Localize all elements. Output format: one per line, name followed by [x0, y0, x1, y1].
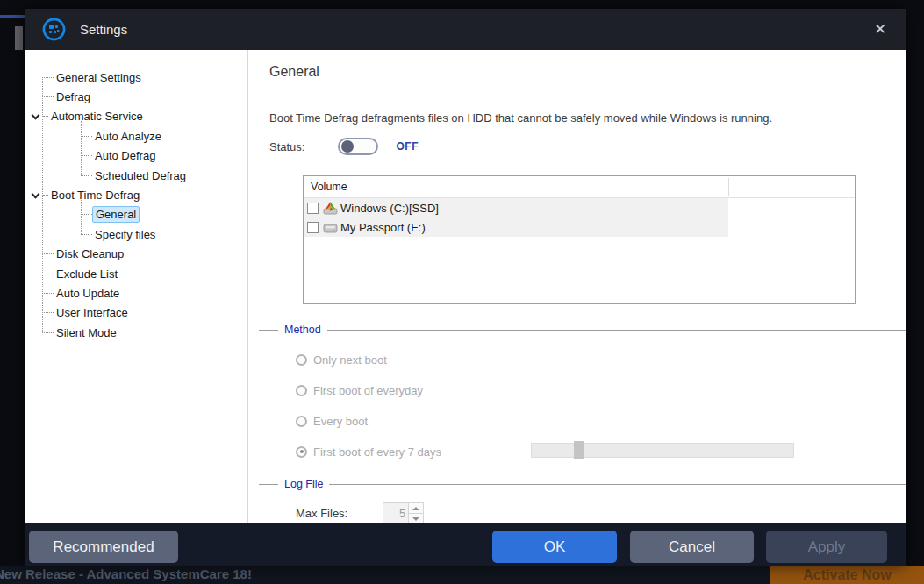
- sidebar-item-label: General Settings: [54, 70, 144, 85]
- tree-connector: [81, 155, 92, 156]
- status-label: Status:: [269, 140, 304, 153]
- legend-line: [259, 330, 278, 331]
- apply-button[interactable]: Apply: [766, 531, 887, 563]
- activate-now-button[interactable]: Activate Now: [770, 566, 924, 584]
- sidebar-item-label-selected: General: [92, 206, 140, 223]
- sidebar-item-auto-defrag[interactable]: Auto Defrag: [25, 146, 247, 166]
- sidebar-item-label: Auto Analyze: [92, 129, 164, 144]
- radio-label: First boot of every 7 days: [313, 445, 441, 459]
- radio-label: Every boot: [313, 415, 368, 428]
- radio-icon[interactable]: [296, 385, 307, 396]
- radio-icon[interactable]: [296, 354, 307, 366]
- cancel-button[interactable]: Cancel: [630, 531, 754, 563]
- sidebar-item-specify-files[interactable]: Specify files: [25, 224, 247, 244]
- radio-first-boot-everyday[interactable]: First boot of everyday: [296, 383, 906, 397]
- dialog-title: Settings: [80, 22, 869, 37]
- tree-connector: [42, 312, 54, 313]
- tree-connector: [42, 253, 54, 254]
- radio-label: Only next boot: [313, 353, 387, 367]
- volume-row-windows-c[interactable]: Windows (C:)[SSD]: [304, 198, 728, 217]
- sidebar-item-defrag[interactable]: Defrag: [25, 87, 247, 106]
- sidebar-item-label: Boot Time Defrag: [48, 188, 142, 203]
- sidebar-item-label: Auto Update: [54, 286, 122, 301]
- volume-row-my-passport-e[interactable]: My Passport (E:): [304, 217, 728, 237]
- chevron-down-icon[interactable]: [32, 189, 40, 198]
- volume-label: Windows (C:)[SSD]: [340, 202, 439, 215]
- sidebar-item-boot-time-defrag[interactable]: Boot Time Defrag: [25, 185, 247, 204]
- days-slider[interactable]: [531, 443, 794, 458]
- sidebar-item-disk-cleanup[interactable]: Disk Cleanup: [25, 245, 247, 264]
- sidebar-item-general-settings[interactable]: General Settings: [25, 68, 247, 87]
- tree-connector: [81, 175, 92, 176]
- toggle-knob: [341, 140, 354, 153]
- method-legend: Method: [284, 324, 321, 336]
- tree-connector: [81, 214, 92, 215]
- radio-icon[interactable]: [296, 416, 307, 427]
- radio-every-boot[interactable]: Every boot: [296, 414, 906, 428]
- tree-connector: [42, 293, 54, 294]
- chevron-down-icon[interactable]: [32, 111, 40, 120]
- close-icon[interactable]: ✕: [869, 18, 892, 41]
- volume-column-header[interactable]: Volume: [304, 176, 855, 198]
- spinner-down-icon: [412, 517, 419, 521]
- max-files-label: Max Files:: [296, 507, 347, 520]
- sidebar-item-silent-mode[interactable]: Silent Mode: [25, 323, 247, 342]
- sidebar-item-automatic-service[interactable]: Automatic Service: [25, 107, 247, 126]
- volume-header-label: Volume: [311, 181, 347, 193]
- tree-connector: [42, 96, 54, 97]
- spinner-down-button[interactable]: [409, 513, 423, 523]
- new-release-banner-text: New Release - Advanced SystemCare 18!: [0, 566, 252, 584]
- method-group: Method Only next boot First boot of ever…: [259, 324, 906, 459]
- radio-label: First boot of everyday: [313, 384, 423, 397]
- tree-connector: [81, 234, 92, 235]
- volume-list: Volume Windows (C:)[SSD]: [303, 175, 856, 304]
- sidebar-item-scheduled-defrag[interactable]: Scheduled Defrag: [25, 166, 247, 185]
- smart-defrag-logo-icon: [42, 18, 66, 41]
- radio-icon-selected[interactable]: [296, 446, 307, 458]
- volume-checkbox[interactable]: [307, 222, 319, 233]
- general-settings-panel: General Boot Time Defrag defragments fil…: [248, 50, 906, 523]
- sidebar-item-label: Defrag: [54, 89, 93, 104]
- sidebar-item-auto-analyze[interactable]: Auto Analyze: [25, 126, 247, 146]
- background-scroll-fragment: [15, 26, 23, 50]
- max-files-value: 5: [383, 503, 408, 523]
- recommended-button[interactable]: Recommended: [29, 531, 178, 563]
- sidebar-item-user-interface[interactable]: User Interface: [25, 303, 247, 323]
- legend-line: [259, 484, 278, 485]
- tree-connector: [81, 136, 92, 137]
- sidebar-item-label: Specify files: [92, 227, 158, 242]
- max-files-stepper[interactable]: 5: [383, 502, 424, 524]
- sidebar-item-label: Silent Mode: [54, 325, 119, 340]
- column-separator: [728, 178, 729, 196]
- status-value: OFF: [396, 140, 419, 153]
- spinner-up-button[interactable]: [409, 503, 423, 513]
- boot-time-defrag-description: Boot Time Defrag defragments files on HD…: [269, 111, 906, 125]
- volume-checkbox[interactable]: [307, 203, 319, 214]
- spinner-up-icon: [412, 507, 419, 510]
- sidebar-item-auto-update[interactable]: Auto Update: [25, 283, 247, 303]
- slider-thumb[interactable]: [574, 441, 584, 459]
- windows-drive-icon: [323, 202, 338, 215]
- sidebar-item-label: User Interface: [54, 305, 131, 320]
- settings-tree: General Settings Defrag Automatic Servic…: [25, 50, 248, 523]
- sidebar-item-general[interactable]: General: [25, 205, 247, 224]
- sidebar-item-label: Exclude List: [54, 267, 120, 281]
- volume-label: My Passport (E:): [340, 221, 426, 234]
- sidebar-item-exclude-list[interactable]: Exclude List: [25, 264, 247, 283]
- ok-button[interactable]: OK: [492, 531, 617, 563]
- log-file-legend: Log File: [284, 478, 323, 490]
- legend-line: [329, 484, 906, 485]
- dialog-footer: Recommended OK Cancel Apply: [25, 523, 906, 566]
- tree-connector: [42, 77, 54, 78]
- radio-only-next-boot[interactable]: Only next boot: [296, 353, 906, 367]
- radio-first-boot-every-7-days[interactable]: First boot of every 7 days: [296, 445, 906, 459]
- log-file-group: Log File Max Files: 5: [259, 478, 906, 524]
- status-toggle[interactable]: [338, 138, 378, 155]
- tree-connector: [42, 332, 54, 333]
- dialog-titlebar: Settings ✕: [25, 9, 906, 50]
- sidebar-item-label: Disk Cleanup: [54, 246, 126, 261]
- tree-connector: [42, 274, 54, 274]
- legend-line: [327, 330, 906, 331]
- page-title: General: [269, 64, 906, 80]
- settings-dialog: Settings ✕ General Settings Defrag Autom…: [25, 9, 906, 566]
